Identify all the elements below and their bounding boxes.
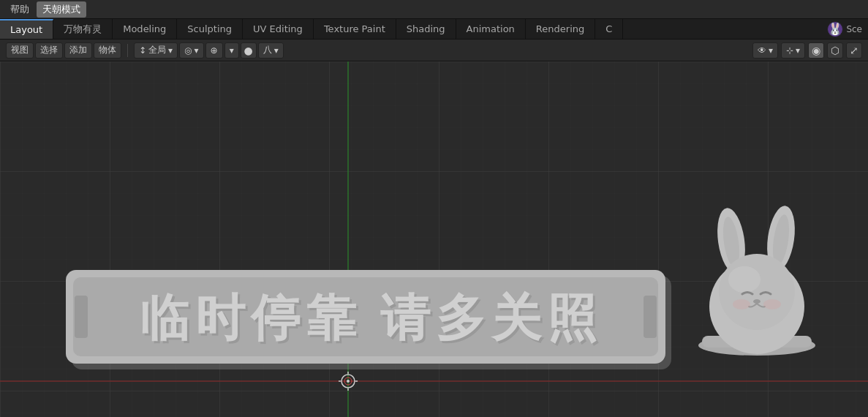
falloff-btn[interactable]: ● bbox=[241, 42, 257, 59]
tab-wanwuyoling[interactable]: 万物有灵 bbox=[53, 19, 113, 39]
snap-dropdown-icon: ▾ bbox=[230, 45, 234, 56]
add-menu-button[interactable]: 添加 bbox=[64, 42, 92, 59]
user-icon-button[interactable]: 🐰 bbox=[827, 21, 843, 37]
svg-point-19 bbox=[719, 254, 795, 330]
mode-menu[interactable]: 天朝模式 bbox=[37, 1, 86, 18]
svg-point-23 bbox=[763, 299, 781, 309]
tab-texture-paint[interactable]: Texture Paint bbox=[314, 19, 396, 39]
falloff-type-dropdown: ▾ bbox=[274, 45, 279, 56]
falloff-icon: ● bbox=[244, 45, 253, 56]
overlay-dropdown: ▾ bbox=[769, 45, 773, 56]
tab-c[interactable]: C bbox=[595, 19, 623, 39]
falloff-type-btn[interactable]: 八 ▾ bbox=[258, 42, 284, 59]
editor-menus: 视图 选择 添加 物体 bbox=[6, 42, 121, 59]
select-menu-button[interactable]: 选择 bbox=[35, 42, 63, 59]
snap-icon: ⊕ bbox=[211, 45, 218, 56]
proportional-dropdown: ▾ bbox=[195, 45, 199, 56]
svg-rect-7 bbox=[75, 296, 88, 338]
toolbar-right: 👁 ▾ ⊹ ▾ ◉ ⬡ ⤢ bbox=[752, 42, 862, 59]
overlay-icon: 👁 bbox=[758, 45, 766, 56]
grid-background: 临时停靠 请多关照 临时停靠 请多关照 bbox=[0, 61, 868, 417]
tab-rendering[interactable]: Rendering bbox=[526, 19, 595, 39]
snap-dropdown[interactable]: ▾ bbox=[224, 42, 239, 59]
gizmo-btn[interactable]: ⊹ ▾ bbox=[781, 42, 805, 59]
sign-base: 临时停靠 请多关照 临时停靠 请多关照 bbox=[66, 270, 671, 369]
svg-point-25 bbox=[347, 380, 350, 383]
tab-shading[interactable]: Shading bbox=[396, 19, 456, 39]
tab-modeling[interactable]: Modeling bbox=[113, 19, 177, 39]
fullscreen-btn[interactable]: ⤢ bbox=[846, 42, 862, 59]
svg-point-20 bbox=[728, 266, 761, 293]
svg-rect-8 bbox=[644, 296, 657, 338]
help-menu[interactable]: 帮助 bbox=[4, 1, 35, 18]
snap-btn[interactable]: ⊕ bbox=[205, 42, 223, 59]
tab-uv-editing[interactable]: UV Editing bbox=[243, 19, 314, 39]
toolbar: 视图 选择 添加 物体 ↕ 全局 ▾ ◎ ▾ ⊕ ▾ ● 八 ▾ bbox=[0, 40, 868, 61]
tab-sculpting[interactable]: Sculpting bbox=[177, 19, 243, 39]
top-menu-bar: 帮助 天朝模式 bbox=[0, 0, 868, 19]
global-dropdown[interactable]: ↕ 全局 ▾ bbox=[134, 42, 178, 59]
view-menu-button[interactable]: 视图 bbox=[6, 42, 34, 59]
solid-icon: ◉ bbox=[812, 45, 820, 56]
transform-icon: ↕ bbox=[139, 45, 146, 56]
tab-animation[interactable]: Animation bbox=[456, 19, 526, 39]
material-shading-btn[interactable]: ⬡ bbox=[827, 42, 843, 59]
svg-text:临时停靠 请多关照: 临时停靠 请多关照 bbox=[140, 290, 603, 346]
proportional-icon: ◎ bbox=[184, 45, 192, 56]
transform-tools: ↕ 全局 ▾ ◎ ▾ ⊕ ▾ ● 八 ▾ bbox=[134, 42, 284, 59]
falloff-type-icon: 八 bbox=[263, 44, 272, 56]
dropdown-icon: ▾ bbox=[168, 45, 173, 56]
proportional-btn[interactable]: ◎ ▾ bbox=[179, 42, 204, 59]
solid-shading-btn[interactable]: ◉ bbox=[808, 42, 824, 59]
svg-point-22 bbox=[733, 299, 750, 309]
gizmo-dropdown: ▾ bbox=[796, 45, 800, 56]
viewport: 临时停靠 请多关照 临时停靠 请多关照 bbox=[0, 61, 868, 417]
scene-label: Sce bbox=[846, 24, 862, 34]
viewport-overlay-btn[interactable]: 👁 ▾ bbox=[752, 42, 778, 59]
gizmo-icon: ⊹ bbox=[786, 45, 793, 56]
object-menu-button[interactable]: 物体 bbox=[94, 42, 121, 59]
toolbar-separator-1 bbox=[127, 44, 128, 57]
material-icon: ⬡ bbox=[831, 45, 839, 56]
tab-layout[interactable]: Layout bbox=[0, 19, 53, 39]
fullscreen-icon: ⤢ bbox=[850, 45, 858, 56]
workspace-tabs: Layout 万物有灵 Modeling Sculpting UV Editin… bbox=[0, 19, 868, 40]
